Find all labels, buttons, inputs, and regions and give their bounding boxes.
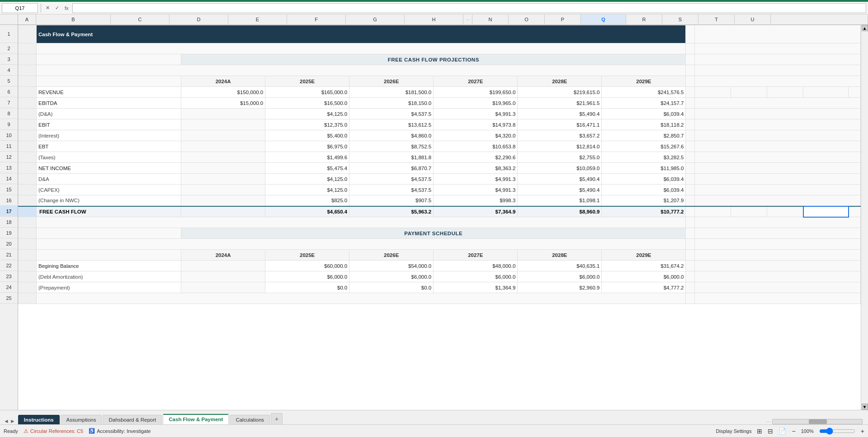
tab-cashflow-payment[interactable]: Cash Flow & Payment (163, 414, 229, 424)
view-pagebreak-icon[interactable]: ⊟ (768, 428, 773, 435)
cell-b15[interactable]: (CAPEX) (37, 185, 181, 195)
cell-a22[interactable] (19, 261, 37, 271)
cell-d7[interactable]: $16,500.0 (265, 98, 349, 109)
h-scrollbar-thumb[interactable] (809, 419, 827, 424)
cell-g7[interactable]: $21,961.5 (518, 98, 602, 109)
cell-b2[interactable] (37, 43, 686, 54)
cell-g14[interactable]: $5,490.4 (518, 174, 602, 185)
cell-a24[interactable] (19, 282, 37, 293)
cell-a7[interactable] (19, 98, 37, 109)
cell-d16[interactable]: $825.0 (265, 195, 349, 206)
cell-a10[interactable] (19, 130, 37, 141)
cell-b1-title[interactable]: Cash Flow & Payment (37, 25, 686, 43)
cell-f24[interactable]: $1,364.9 (434, 282, 518, 293)
row-num-24[interactable]: 24 (0, 282, 18, 293)
cell-b3[interactable] (37, 54, 181, 65)
cell-a18[interactable] (19, 217, 37, 228)
row-num-12[interactable]: 12 (0, 152, 18, 162)
cell-c5[interactable]: 2024A (181, 76, 265, 87)
col-header-a[interactable]: A (18, 14, 36, 24)
col-header-d[interactable]: D (170, 14, 228, 24)
cell-c24[interactable] (181, 282, 265, 293)
cell-e12[interactable]: $1,881.8 (349, 152, 434, 163)
cell-h11[interactable]: $15,267.6 (602, 141, 686, 152)
col-header-e[interactable]: E (228, 14, 287, 24)
row-num-17[interactable]: 17 (0, 206, 18, 217)
cell-g9[interactable]: $16,471.1 (518, 119, 602, 130)
cell-h13[interactable]: $11,985.0 (602, 163, 686, 174)
cell-h12[interactable]: $3,282.5 (602, 152, 686, 163)
row-num-22[interactable]: 22 (0, 260, 18, 271)
cell-d13[interactable]: $5,475.4 (265, 163, 349, 174)
cell-c12[interactable] (181, 152, 265, 163)
cell-b22[interactable]: Begining Balance (37, 261, 181, 271)
row-num-2[interactable]: 2 (0, 43, 18, 54)
cell-d8[interactable]: $4,125.0 (265, 109, 349, 119)
cell-a14[interactable] (19, 174, 37, 185)
cell-d21[interactable]: 2025E (265, 250, 349, 261)
sheet-nav-left[interactable]: ◄ (4, 418, 9, 424)
cell-d23[interactable]: $6,000.0 (265, 271, 349, 282)
cell-g21[interactable]: 2028E (518, 250, 602, 261)
accessibility-status[interactable]: ♿ Accessibility: Investigate (89, 428, 151, 434)
col-header-u[interactable]: U (735, 14, 771, 24)
cell-a2[interactable] (19, 43, 37, 54)
cell-b16[interactable]: (Change in NWC) (37, 195, 181, 206)
row-num-18[interactable]: 18 (0, 217, 18, 228)
cell-e7[interactable]: $18,150.0 (349, 98, 434, 109)
cell-d15[interactable]: $4,125.0 (265, 185, 349, 195)
cell-a8[interactable] (19, 109, 37, 119)
cell-b7[interactable]: EBITDA (37, 98, 181, 109)
cell-c14[interactable] (181, 174, 265, 185)
cell-e15[interactable]: $4,537.5 (349, 185, 434, 195)
tab-assumptions[interactable]: Assumptions (61, 415, 102, 424)
view-normal-icon[interactable]: ⊞ (757, 428, 762, 435)
cell-d22[interactable]: $60,000.0 (265, 261, 349, 271)
cell-h10[interactable]: $2,850.7 (602, 130, 686, 141)
cell-d11[interactable]: $6,975.0 (265, 141, 349, 152)
cell-h7[interactable]: $24,157.7 (602, 98, 686, 109)
cell-a12[interactable] (19, 152, 37, 163)
col-header-q[interactable]: Q (581, 14, 626, 24)
row-num-9[interactable]: 9 (0, 119, 18, 130)
cell-h23[interactable]: $6,000.0 (602, 271, 686, 282)
confirm-icon[interactable]: ✓ (53, 5, 61, 11)
scroll-down-button[interactable]: ▼ (862, 404, 868, 410)
row-num-25[interactable]: 25 (0, 293, 18, 304)
cell-f22[interactable]: $48,000.0 (434, 261, 518, 271)
tab-dashboard-report[interactable]: Dahsboard & Report (103, 415, 162, 424)
name-box[interactable]: Q17 (2, 3, 38, 13)
col-header-g[interactable]: G (346, 14, 405, 24)
row-num-3[interactable]: 3 (0, 54, 18, 65)
cell-h6[interactable]: $241,576.5 (602, 87, 686, 98)
row-num-15[interactable]: 15 (0, 184, 18, 195)
cell-g6[interactable]: $219,615.0 (518, 87, 602, 98)
cell-f12[interactable]: $2,290.6 (434, 152, 518, 163)
cell-b8[interactable]: (D&A) (37, 109, 181, 119)
col-header-n[interactable]: N (472, 14, 509, 24)
cell-h14[interactable]: $6,039.4 (602, 174, 686, 185)
cell-a25[interactable] (19, 293, 37, 304)
cell-c7[interactable]: $15,000.0 (181, 98, 265, 109)
cancel-icon[interactable]: ✕ (44, 5, 52, 11)
cell-b13[interactable]: NET INCOME (37, 163, 181, 174)
cell-f10[interactable]: $4,320.0 (434, 130, 518, 141)
cell-g5[interactable]: 2028E (518, 76, 602, 87)
cell-f5[interactable]: 2027E (434, 76, 518, 87)
cell-b4[interactable] (37, 65, 686, 76)
row-num-6[interactable]: 6 (0, 86, 18, 97)
cell-a19[interactable] (19, 228, 37, 239)
cell-e16[interactable]: $907.5 (349, 195, 434, 206)
sheet-nav-right[interactable]: ► (10, 418, 15, 424)
cell-e8[interactable]: $4,537.5 (349, 109, 434, 119)
cell-a21[interactable] (19, 250, 37, 261)
cell-d9[interactable]: $12,375.0 (265, 119, 349, 130)
col-header-h[interactable]: H (405, 14, 463, 24)
cell-q17[interactable] (803, 206, 849, 217)
zoom-out-button[interactable]: − (792, 428, 795, 435)
cell-f11[interactable]: $10,653.8 (434, 141, 518, 152)
col-header-s[interactable]: S (662, 14, 698, 24)
cell-f8[interactable]: $4,991.3 (434, 109, 518, 119)
h-scrollbar-track[interactable] (772, 419, 863, 424)
cell-e10[interactable]: $4,860.0 (349, 130, 434, 141)
